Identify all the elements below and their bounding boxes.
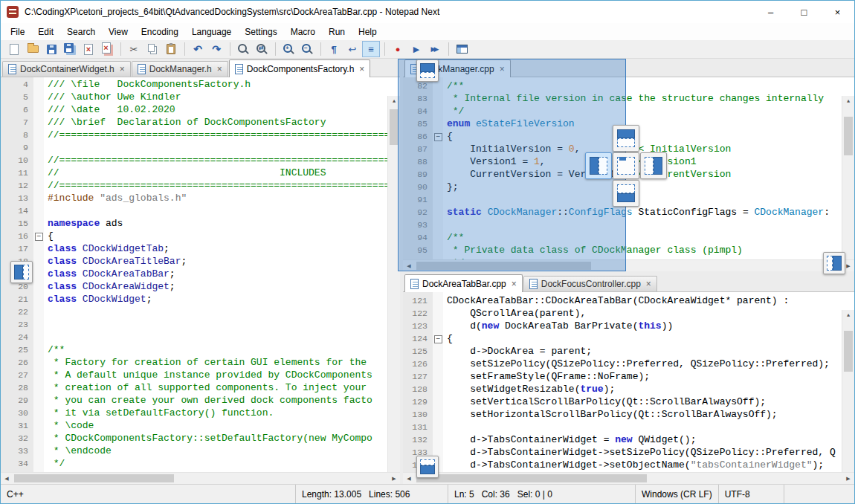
code-text[interactable]: d->DockArea = parent; — [443, 346, 592, 357]
tab-DockComponentsFactory.h[interactable]: DockComponentsFactory.h× — [229, 59, 371, 77]
code-text[interactable]: QScrollArea(parent), — [443, 308, 586, 319]
code-text[interactable]: /// \brief Declaration of DockComponents… — [44, 117, 326, 128]
menu-settings[interactable]: Settings — [238, 25, 283, 39]
scroll-up-arrow[interactable]: ▲ — [842, 96, 854, 107]
new-file-button[interactable] — [5, 41, 23, 57]
code-text[interactable]: * A default unique instance provided by … — [44, 369, 372, 381]
record-macro-button[interactable]: ● — [389, 41, 407, 57]
maximize-button[interactable]: □ — [787, 1, 821, 23]
scroll-thumb[interactable] — [14, 474, 174, 482]
fold-marker[interactable]: − — [35, 233, 43, 241]
bottom-right-editor[interactable]: 121CDockAreaTabBar::CDockAreaTabBar(CDoc… — [403, 292, 854, 472]
code-text[interactable]: { — [44, 230, 54, 242]
replace-button[interactable]: ⇄ — [253, 41, 271, 57]
undo-button[interactable]: ↶ — [189, 41, 207, 57]
code-text[interactable]: setWidgetResizable(true); — [443, 384, 615, 395]
scroll-left-arrow[interactable]: ◀ — [1, 473, 13, 485]
tab-close-button[interactable]: × — [512, 280, 517, 288]
fold-marker[interactable]: − — [434, 335, 442, 343]
code-text[interactable]: class CDockAreaWidget; — [44, 281, 175, 292]
code-text[interactable]: #include "ads_globals.h" — [44, 193, 187, 204]
code-text[interactable]: setSizePolicy(QSizePolicy::Preferred, QS… — [443, 358, 830, 369]
find-button[interactable] — [234, 41, 252, 57]
top-right-editor-vscrollbar[interactable]: ▲ ▼ — [842, 96, 854, 278]
code-text[interactable]: * CDockComponentsFactory::setDefaultFact… — [44, 433, 372, 444]
code-text[interactable] — [44, 306, 48, 317]
menu-encoding[interactable]: Encoding — [135, 25, 185, 39]
word-wrap-button[interactable]: ↩ — [343, 41, 361, 57]
code-text[interactable] — [443, 421, 447, 433]
redo-button[interactable]: ↷ — [207, 41, 225, 57]
bottom-right-editor-code[interactable]: 121CDockAreaTabBar::CDockAreaTabBar(CDoc… — [403, 292, 842, 472]
scroll-right-arrow[interactable]: ▶ — [842, 260, 854, 272]
zoom-in-button[interactable]: + — [280, 41, 297, 57]
code-text[interactable] — [44, 332, 48, 343]
run-macro-multiple-button[interactable]: ▶▶ — [426, 41, 444, 57]
code-text[interactable]: * Factory for creation of certain GUI el… — [44, 357, 367, 368]
menu-view[interactable]: View — [102, 25, 135, 39]
menu-edit[interactable]: Edit — [31, 25, 60, 39]
tab-close-button[interactable]: × — [120, 65, 125, 74]
scroll-left-arrow[interactable]: ◀ — [403, 473, 415, 485]
show-all-characters-button[interactable]: ¶ — [325, 41, 343, 57]
code-text[interactable]: d->TabsContainerWidget = new QWidget(); — [443, 434, 696, 445]
code-text[interactable]: d->TabsContainerWidget->setSizePolicy(QS… — [443, 447, 836, 458]
status-item-4[interactable]: UTF-8 — [719, 485, 784, 503]
code-text[interactable]: class CDockWidgetTab; — [44, 243, 170, 254]
scroll-thumb[interactable] — [416, 474, 647, 482]
copy-button[interactable] — [143, 41, 161, 57]
close-all-button[interactable]: × — [98, 41, 116, 57]
scroll-thumb[interactable] — [844, 331, 853, 372]
code-text[interactable] — [44, 142, 48, 153]
close-button[interactable]: × — [821, 1, 854, 23]
code-text[interactable]: d(new DockAreaTab BarPrivate(this)) — [443, 320, 673, 332]
menu-search[interactable]: Search — [60, 25, 102, 39]
scroll-right-arrow[interactable]: ▶ — [842, 473, 854, 485]
cut-button[interactable]: ✂ — [125, 41, 143, 57]
zoom-out-button[interactable]: − — [298, 41, 316, 57]
tab-DockFocusController.cpp[interactable]: DockFocusController.cpp× — [523, 276, 657, 291]
code-text[interactable]: // INCLUDES — [44, 167, 326, 178]
save-button[interactable] — [42, 41, 60, 57]
code-text[interactable]: class CDockAreaTitleBar; — [44, 256, 187, 267]
status-item-3[interactable]: Windows (CR LF) — [636, 485, 719, 503]
left-editor-code[interactable]: 4/// \file DockComponentsFactory.h5/// \… — [1, 77, 387, 472]
window-layout-button[interactable] — [453, 41, 471, 57]
code-text[interactable]: //======================================… — [44, 155, 387, 166]
code-text[interactable] — [44, 205, 48, 216]
open-file-button[interactable] — [24, 41, 42, 57]
save-all-button[interactable] — [61, 41, 79, 57]
code-text[interactable]: * \code — [44, 420, 94, 431]
code-text[interactable]: setVerticalScrollBarPolicy(Qt::ScrollBar… — [443, 396, 766, 407]
status-item-0[interactable]: C++ — [1, 485, 296, 503]
code-text[interactable]: /// \author Uwe Kindler — [44, 91, 181, 103]
show-indent-guide-button[interactable]: ≡ — [362, 41, 380, 57]
left-editor-hscrollbar[interactable]: ◀ ▶ — [1, 472, 400, 484]
scroll-up-arrow[interactable]: ▲ — [842, 310, 854, 321]
tab-close-button[interactable]: × — [359, 65, 364, 74]
tab-close-button[interactable]: × — [646, 280, 651, 288]
code-text[interactable]: namespace ads — [44, 218, 123, 229]
code-text[interactable]: class CDockAreaTabBar; — [44, 268, 175, 280]
code-text[interactable]: */ — [44, 458, 65, 469]
code-text[interactable]: //======================================… — [44, 180, 387, 191]
code-text[interactable]: * creation of all supported components. … — [44, 382, 372, 393]
tab-DockAreaTabBar.cpp[interactable]: DockAreaTabBar.cpp× — [404, 274, 523, 292]
tab-DockManager.h[interactable]: DockManager.h× — [132, 61, 228, 77]
code-text[interactable]: setHorizontalScrollBarPolicy(Qt::ScrollB… — [443, 409, 778, 420]
code-text[interactable]: class CDockWidget; — [44, 294, 152, 305]
tab-DockContainerWidget.h[interactable]: DockContainerWidget.h× — [2, 61, 131, 77]
code-text[interactable]: * \endcode — [44, 445, 112, 456]
menu-help[interactable]: Help — [352, 25, 384, 39]
code-text[interactable]: /// \file DockComponentsFactory.h — [44, 79, 251, 90]
paste-button[interactable] — [162, 41, 180, 57]
bottom-right-editor-hscrollbar[interactable]: ◀ ▶ — [403, 472, 854, 484]
code-text[interactable]: /// \date 10.02.2020 — [44, 104, 175, 115]
scroll-right-arrow[interactable]: ▶ — [388, 473, 400, 485]
bottom-right-editor-vscrollbar[interactable]: ▲ ▼ — [842, 310, 854, 490]
code-text[interactable]: CDockAreaTabBar::CDockAreaTabBar(CDockAr… — [443, 295, 789, 306]
code-text[interactable]: * it via setDefaultFactory() function. — [44, 407, 274, 419]
left-editor[interactable]: 4/// \file DockComponentsFactory.h5/// \… — [1, 77, 400, 472]
menu-macro[interactable]: Macro — [284, 25, 322, 39]
code-text[interactable]: setFrameStyle(QFrame::NoFrame); — [443, 371, 650, 382]
